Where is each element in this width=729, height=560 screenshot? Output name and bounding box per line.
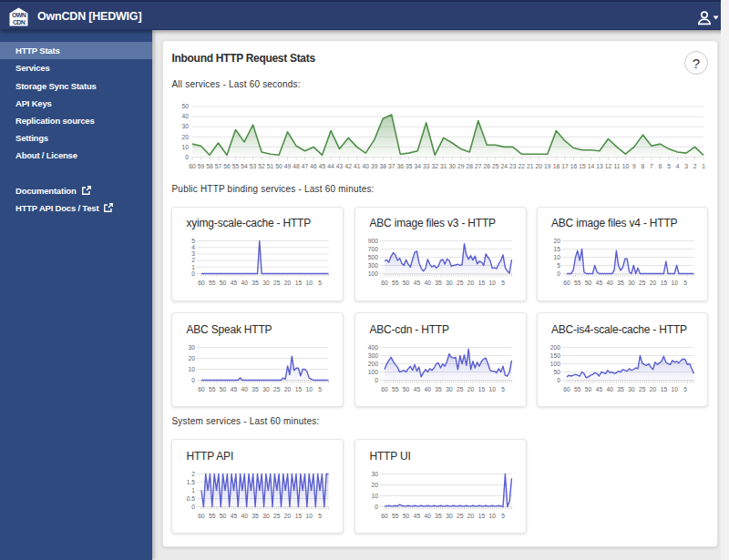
svg-text:5: 5 [318, 280, 322, 286]
svg-text:35: 35 [435, 386, 442, 392]
svg-text:15: 15 [295, 513, 303, 519]
svg-text:0: 0 [557, 376, 560, 382]
svg-text:14: 14 [588, 163, 595, 169]
svg-text:41: 41 [354, 163, 361, 169]
svg-text:50: 50 [584, 280, 591, 286]
svg-text:10: 10 [488, 513, 496, 519]
svg-text:4: 4 [676, 163, 680, 169]
svg-text:900: 900 [368, 238, 378, 244]
svg-text:30: 30 [262, 280, 270, 286]
svg-text:20: 20 [553, 238, 560, 244]
svg-text:0: 0 [191, 270, 195, 277]
svg-text:35: 35 [617, 280, 624, 286]
svg-text:10: 10 [189, 365, 196, 372]
svg-text:25: 25 [457, 513, 464, 519]
svg-text:15: 15 [579, 163, 586, 169]
svg-text:10: 10 [488, 280, 496, 286]
svg-text:21: 21 [527, 163, 534, 169]
svg-text:18: 18 [553, 163, 560, 169]
svg-text:49: 49 [284, 163, 292, 169]
svg-text:2: 2 [191, 257, 195, 263]
svg-text:19: 19 [544, 163, 551, 169]
svg-text:0: 0 [191, 503, 195, 509]
svg-text:59: 59 [198, 163, 205, 169]
svg-text:0.5: 0.5 [187, 494, 196, 501]
svg-text:5: 5 [318, 386, 322, 392]
svg-text:60: 60 [381, 513, 388, 519]
svg-text:20: 20 [284, 386, 292, 392]
svg-text:37: 37 [388, 163, 395, 169]
svg-text:50: 50 [220, 386, 227, 392]
svg-text:55: 55 [209, 386, 216, 392]
svg-text:31: 31 [440, 163, 447, 169]
svg-text:60: 60 [563, 386, 570, 392]
svg-text:40: 40 [241, 280, 249, 286]
svg-text:50: 50 [403, 386, 410, 392]
svg-text:55: 55 [392, 513, 399, 519]
svg-text:30: 30 [189, 343, 196, 350]
svg-text:15: 15 [295, 280, 303, 286]
svg-text:20: 20 [467, 386, 475, 392]
svg-text:40: 40 [606, 280, 613, 286]
svg-text:40: 40 [425, 513, 432, 519]
svg-text:27: 27 [475, 163, 482, 169]
svg-text:25: 25 [457, 386, 464, 392]
svg-text:300: 300 [368, 262, 378, 269]
svg-text:20: 20 [372, 481, 379, 487]
svg-text:30: 30 [372, 470, 379, 476]
svg-text:40: 40 [241, 386, 249, 392]
svg-text:17: 17 [561, 163, 569, 169]
svg-text:35: 35 [252, 280, 259, 286]
svg-text:30: 30 [446, 513, 453, 519]
svg-text:5: 5 [667, 163, 671, 169]
svg-text:50: 50 [553, 368, 560, 374]
svg-text:7: 7 [650, 163, 653, 169]
svg-text:5: 5 [318, 513, 322, 519]
svg-text:40: 40 [606, 386, 613, 392]
svg-text:36: 36 [396, 163, 404, 169]
svg-text:0: 0 [375, 376, 378, 382]
svg-text:34: 34 [414, 163, 421, 169]
svg-text:30: 30 [446, 280, 453, 286]
svg-text:60: 60 [189, 163, 196, 169]
svg-text:8: 8 [642, 163, 645, 169]
svg-text:15: 15 [553, 246, 560, 252]
svg-text:60: 60 [381, 280, 388, 286]
svg-text:12: 12 [605, 163, 612, 169]
svg-text:30: 30 [628, 386, 635, 392]
svg-text:55: 55 [574, 386, 581, 392]
svg-text:20: 20 [649, 280, 656, 286]
svg-text:46: 46 [310, 163, 317, 169]
svg-text:10: 10 [305, 280, 313, 286]
svg-text:3: 3 [191, 250, 195, 257]
svg-text:55: 55 [392, 280, 399, 286]
svg-text:200: 200 [368, 360, 378, 366]
svg-text:45: 45 [595, 280, 602, 286]
svg-text:10: 10 [671, 386, 678, 392]
svg-text:35: 35 [252, 386, 259, 392]
svg-text:10: 10 [305, 513, 313, 519]
svg-text:1: 1 [191, 486, 195, 493]
svg-text:45: 45 [231, 280, 238, 286]
svg-text:40: 40 [362, 163, 369, 169]
svg-text:13: 13 [596, 163, 603, 169]
svg-text:20: 20 [536, 163, 543, 169]
svg-text:33: 33 [423, 163, 430, 169]
svg-text:60: 60 [198, 513, 205, 519]
svg-text:5: 5 [501, 386, 505, 392]
svg-text:20: 20 [284, 280, 292, 286]
svg-text:40: 40 [241, 513, 249, 519]
svg-text:22: 22 [519, 163, 526, 169]
svg-text:30: 30 [262, 513, 270, 519]
svg-text:2: 2 [191, 470, 195, 476]
svg-text:16: 16 [570, 163, 578, 169]
svg-text:50: 50 [584, 386, 591, 392]
svg-text:44: 44 [327, 163, 334, 169]
svg-text:30: 30 [628, 280, 635, 286]
svg-text:45: 45 [414, 386, 421, 392]
svg-text:55: 55 [209, 280, 216, 286]
svg-text:35: 35 [617, 386, 624, 392]
svg-text:9: 9 [632, 163, 636, 169]
svg-text:15: 15 [660, 386, 667, 392]
svg-text:10: 10 [488, 386, 496, 392]
